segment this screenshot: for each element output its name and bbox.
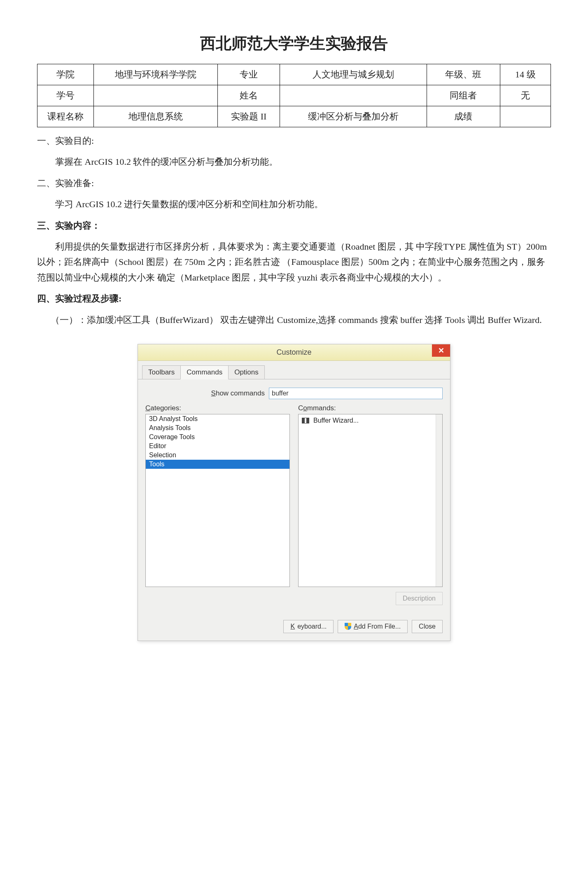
cell-value	[500, 106, 551, 127]
customize-dialog: Customize ✕ Toolbars Commands Options Sh…	[138, 344, 450, 641]
columns: Categories: 3D Analyst ToolsAnalysis Too…	[145, 404, 443, 605]
keyboard-button[interactable]: Keyboard...	[283, 620, 334, 633]
cell-label: 学院	[37, 64, 94, 85]
document-page: 西北师范大学学生实验报告 学院 地理与环境科学学院 专业 人文地理与城乡规划 年…	[0, 0, 588, 870]
table-row: 学号 姓名 同组者 无	[37, 85, 551, 106]
cell-label: 专业	[218, 64, 280, 85]
section-1-body: 掌握在 ArcGIS 10.2 软件的缓冲区分析与叠加分析功能。	[37, 154, 551, 169]
commands-column: Commands: Buffer Wizard... Description	[298, 404, 443, 605]
close-button[interactable]: ✕	[432, 344, 450, 357]
list-item[interactable]: Tools	[146, 460, 289, 469]
tab-options[interactable]: Options	[228, 365, 265, 379]
report-title: 西北师范大学学生实验报告	[37, 33, 551, 54]
commands-label: Commands:	[298, 404, 443, 412]
shield-icon	[345, 623, 351, 630]
categories-label: Categories:	[145, 404, 290, 412]
search-row: Show commands	[145, 388, 443, 399]
command-item[interactable]: Buffer Wizard...	[299, 414, 442, 427]
cell-value: 缓冲区分析与叠加分析	[280, 106, 427, 127]
cell-label: 课程名称	[37, 106, 94, 127]
section-1-heading: 一、实验目的:	[37, 133, 551, 148]
section-3-body: 利用提供的矢量数据进行市区择房分析，具体要求为：离主要交通要道（Roadnet …	[37, 239, 551, 285]
table-row: 课程名称 地理信息系统 实验题 II 缓冲区分析与叠加分析 成绩	[37, 106, 551, 127]
description-button[interactable]: Description	[396, 592, 443, 605]
cell-label: 同组者	[427, 85, 500, 106]
categories-column: Categories: 3D Analyst ToolsAnalysis Too…	[145, 404, 290, 605]
cell-label: 成绩	[427, 106, 500, 127]
dialog-titlebar[interactable]: Customize ✕	[138, 344, 450, 361]
list-item[interactable]: Analysis Tools	[146, 423, 289, 433]
dialog-tabs: Toolbars Commands Options	[138, 361, 450, 379]
cell-value: 地理与环境科学学院	[94, 64, 218, 85]
section-2-body: 学习 ArcGIS 10.2 进行矢量数据的缓冲区分析和空间柱加分析功能。	[37, 196, 551, 212]
cell-value: 无	[500, 85, 551, 106]
table-row: 学院 地理与环境科学学院 专业 人文地理与城乡规划 年级、班 14 级	[37, 64, 551, 85]
cell-value	[280, 85, 427, 106]
section-4-heading: 四、实验过程及步骤:	[37, 291, 551, 306]
buffer-wizard-icon	[302, 418, 309, 423]
screenshot-figure: Customize ✕ Toolbars Commands Options Sh…	[37, 344, 551, 641]
add-from-file-button[interactable]: Add From File...	[338, 620, 408, 633]
show-commands-label: Show commands	[145, 389, 269, 398]
cell-label: 姓名	[218, 85, 280, 106]
section-3-heading: 三、实验内容：	[37, 218, 551, 233]
add-from-file-label: Add From File...	[354, 623, 401, 630]
categories-listbox[interactable]: 3D Analyst ToolsAnalysis ToolsCoverage T…	[145, 414, 290, 587]
commands-listbox[interactable]: Buffer Wizard...	[298, 414, 443, 587]
list-item[interactable]: 3D Analyst Tools	[146, 414, 289, 423]
search-input[interactable]	[269, 388, 443, 399]
cell-label: 实验题 II	[218, 106, 280, 127]
cell-label: 学号	[37, 85, 94, 106]
dialog-title: Customize	[276, 348, 311, 357]
close-dialog-button[interactable]: Close	[412, 620, 443, 633]
info-table: 学院 地理与环境科学学院 专业 人文地理与城乡规划 年级、班 14 级 学号 姓…	[37, 64, 551, 127]
description-row: Description	[298, 592, 443, 605]
command-label: Buffer Wizard...	[313, 417, 359, 424]
list-item[interactable]: Selection	[146, 451, 289, 460]
cell-value: 人文地理与城乡规划	[280, 64, 427, 85]
list-item[interactable]: Coverage Tools	[146, 433, 289, 442]
section-2-heading: 二、实验准备:	[37, 175, 551, 191]
cell-label: 年级、班	[427, 64, 500, 85]
scrollbar[interactable]	[436, 414, 442, 587]
cell-value	[94, 85, 218, 106]
list-item[interactable]: Editor	[146, 442, 289, 451]
tab-commands[interactable]: Commands	[180, 365, 229, 379]
tab-toolbars[interactable]: Toolbars	[142, 365, 181, 379]
dialog-body: Show commands Categories: 3D Analyst Too…	[138, 379, 450, 614]
dialog-footer: Keyboard... Add From File... Close	[138, 614, 450, 641]
section-4-body: （一）：添加缓冲区工具（BufferWizard） 双击左键弹出 Customi…	[37, 312, 551, 327]
cell-value: 14 级	[500, 64, 551, 85]
cell-value: 地理信息系统	[94, 106, 218, 127]
close-icon: ✕	[438, 347, 444, 354]
